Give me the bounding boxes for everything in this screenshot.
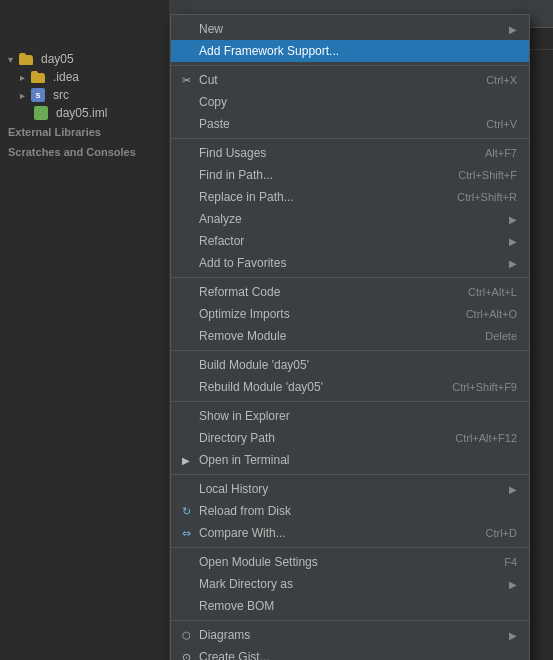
- menu-item-open-in-terminal[interactable]: ▶Open in Terminal: [171, 449, 529, 471]
- tree-root[interactable]: ▾ day05: [0, 50, 169, 68]
- menu-shortcut-replace-in-path: Ctrl+Shift+R: [457, 191, 517, 203]
- menu-item-reload-from-disk[interactable]: ↻Reload from Disk: [171, 500, 529, 522]
- menu-separator-after-rebuild-module: [171, 401, 529, 402]
- context-menu: New▶Add Framework Support...✂CutCtrl+XCo…: [170, 14, 530, 660]
- menu-item-local-history[interactable]: Local History▶: [171, 478, 529, 500]
- tree-item-src-label: src: [53, 88, 69, 102]
- menu-shortcut-optimize-imports: Ctrl+Alt+O: [466, 308, 517, 320]
- menu-label-show-in-explorer: Show in Explorer: [199, 409, 290, 423]
- menu-label-rebuild-module: Rebuild Module 'day05': [199, 380, 323, 394]
- menu-item-optimize-imports[interactable]: Optimize ImportsCtrl+Alt+O: [171, 303, 529, 325]
- refresh-icon: ↻: [182, 505, 191, 518]
- tree-external-libs[interactable]: External Libraries: [0, 122, 169, 142]
- menu-icon-diagrams: ⬡: [177, 630, 195, 641]
- menu-item-diagrams[interactable]: ⬡Diagrams▶: [171, 624, 529, 646]
- tree-item-idea-label: .idea: [53, 70, 79, 84]
- menu-arrow-mark-directory: ▶: [509, 579, 517, 590]
- tree-item-idea[interactable]: ▸ .idea: [0, 68, 169, 86]
- menu-arrow-local-history: ▶: [509, 484, 517, 495]
- tree-scratches-label: Scratches and Consoles: [8, 146, 136, 158]
- terminal-icon: ▶: [182, 455, 190, 466]
- menu-label-compare-with: Compare With...: [199, 526, 286, 540]
- menu-item-paste[interactable]: PasteCtrl+V: [171, 113, 529, 135]
- folder-idea-icon: [31, 71, 45, 83]
- menu-shortcut-reformat-code: Ctrl+Alt+L: [468, 286, 517, 298]
- menu-label-refactor: Refactor: [199, 234, 244, 248]
- menu-item-compare-with[interactable]: ⇔Compare With...Ctrl+D: [171, 522, 529, 544]
- menu-label-cut: Cut: [199, 73, 218, 87]
- menu-separator-after-compare-with: [171, 547, 529, 548]
- menu-arrow-new: ▶: [509, 24, 517, 35]
- menu-label-remove-bom: Remove BOM: [199, 599, 274, 613]
- menu-label-find-in-path: Find in Path...: [199, 168, 273, 182]
- menu-item-analyze[interactable]: Analyze▶: [171, 208, 529, 230]
- menu-item-find-in-path[interactable]: Find in Path...Ctrl+Shift+F: [171, 164, 529, 186]
- menu-label-add-to-favorites: Add to Favorites: [199, 256, 286, 270]
- menu-item-cut[interactable]: ✂CutCtrl+X: [171, 69, 529, 91]
- compare-icon: ⇔: [182, 527, 191, 540]
- menu-label-mark-directory: Mark Directory as: [199, 577, 293, 591]
- scissors-icon: ✂: [182, 74, 191, 87]
- menu-icon-compare-with: ⇔: [177, 527, 195, 540]
- menu-label-local-history: Local History: [199, 482, 268, 496]
- menu-separator-after-add-framework: [171, 65, 529, 66]
- menu-item-open-module-settings[interactable]: Open Module SettingsF4: [171, 551, 529, 573]
- menu-icon-create-gist: ⊙: [177, 651, 195, 661]
- menu-label-optimize-imports: Optimize Imports: [199, 307, 290, 321]
- menu-label-create-gist: Create Gist...: [199, 650, 270, 660]
- menu-separator-after-paste: [171, 138, 529, 139]
- menu-item-remove-bom[interactable]: Remove BOM: [171, 595, 529, 617]
- menu-item-find-usages[interactable]: Find UsagesAlt+F7: [171, 142, 529, 164]
- tree-item-iml[interactable]: day05.iml: [0, 104, 169, 122]
- menu-shortcut-directory-path: Ctrl+Alt+F12: [455, 432, 517, 444]
- project-tree: ▾ day05 ▸ .idea ▸ src day05.iml External…: [0, 0, 170, 660]
- tree-scratches[interactable]: Scratches and Consoles: [0, 142, 169, 162]
- menu-item-show-in-explorer[interactable]: Show in Explorer: [171, 405, 529, 427]
- iml-icon: [34, 106, 48, 120]
- menu-label-build-module: Build Module 'day05': [199, 358, 309, 372]
- menu-shortcut-rebuild-module: Ctrl+Shift+F9: [452, 381, 517, 393]
- github-icon: ⊙: [182, 651, 191, 661]
- menu-item-remove-module[interactable]: Remove ModuleDelete: [171, 325, 529, 347]
- menu-shortcut-find-usages: Alt+F7: [485, 147, 517, 159]
- menu-arrow-add-to-favorites: ▶: [509, 258, 517, 269]
- folder-icon: [19, 53, 33, 65]
- menu-item-mark-directory[interactable]: Mark Directory as▶: [171, 573, 529, 595]
- menu-shortcut-cut: Ctrl+X: [486, 74, 517, 86]
- menu-label-open-module-settings: Open Module Settings: [199, 555, 318, 569]
- menu-arrow-analyze: ▶: [509, 214, 517, 225]
- menu-separator-after-open-in-terminal: [171, 474, 529, 475]
- menu-shortcut-open-module-settings: F4: [504, 556, 517, 568]
- menu-label-paste: Paste: [199, 117, 230, 131]
- tree-item-src[interactable]: ▸ src: [0, 86, 169, 104]
- menu-item-rebuild-module[interactable]: Rebuild Module 'day05'Ctrl+Shift+F9: [171, 376, 529, 398]
- menu-separator-after-add-to-favorites: [171, 277, 529, 278]
- menu-item-refactor[interactable]: Refactor▶: [171, 230, 529, 252]
- src-icon: [31, 88, 45, 102]
- menu-label-reload-from-disk: Reload from Disk: [199, 504, 291, 518]
- menu-shortcut-compare-with: Ctrl+D: [486, 527, 517, 539]
- menu-label-copy: Copy: [199, 95, 227, 109]
- menu-label-analyze: Analyze: [199, 212, 242, 226]
- menu-label-reformat-code: Reformat Code: [199, 285, 280, 299]
- menu-icon-open-in-terminal: ▶: [177, 455, 195, 466]
- menu-item-add-framework[interactable]: Add Framework Support...: [171, 40, 529, 62]
- menu-shortcut-find-in-path: Ctrl+Shift+F: [458, 169, 517, 181]
- menu-label-replace-in-path: Replace in Path...: [199, 190, 294, 204]
- menu-item-create-gist[interactable]: ⊙Create Gist...: [171, 646, 529, 660]
- menu-label-remove-module: Remove Module: [199, 329, 286, 343]
- menu-item-add-to-favorites[interactable]: Add to Favorites▶: [171, 252, 529, 274]
- diagrams-icon: ⬡: [182, 630, 191, 641]
- menu-item-copy[interactable]: Copy: [171, 91, 529, 113]
- menu-item-build-module[interactable]: Build Module 'day05': [171, 354, 529, 376]
- menu-separator-after-remove-bom: [171, 620, 529, 621]
- menu-item-reformat-code[interactable]: Reformat CodeCtrl+Alt+L: [171, 281, 529, 303]
- menu-icon-cut: ✂: [177, 74, 195, 87]
- menu-separator-after-remove-module: [171, 350, 529, 351]
- menu-label-add-framework: Add Framework Support...: [199, 44, 339, 58]
- menu-label-diagrams: Diagrams: [199, 628, 250, 642]
- tree-external-libs-label: External Libraries: [8, 126, 101, 138]
- menu-item-replace-in-path[interactable]: Replace in Path...Ctrl+Shift+R: [171, 186, 529, 208]
- menu-item-directory-path[interactable]: Directory PathCtrl+Alt+F12: [171, 427, 529, 449]
- menu-item-new[interactable]: New▶: [171, 18, 529, 40]
